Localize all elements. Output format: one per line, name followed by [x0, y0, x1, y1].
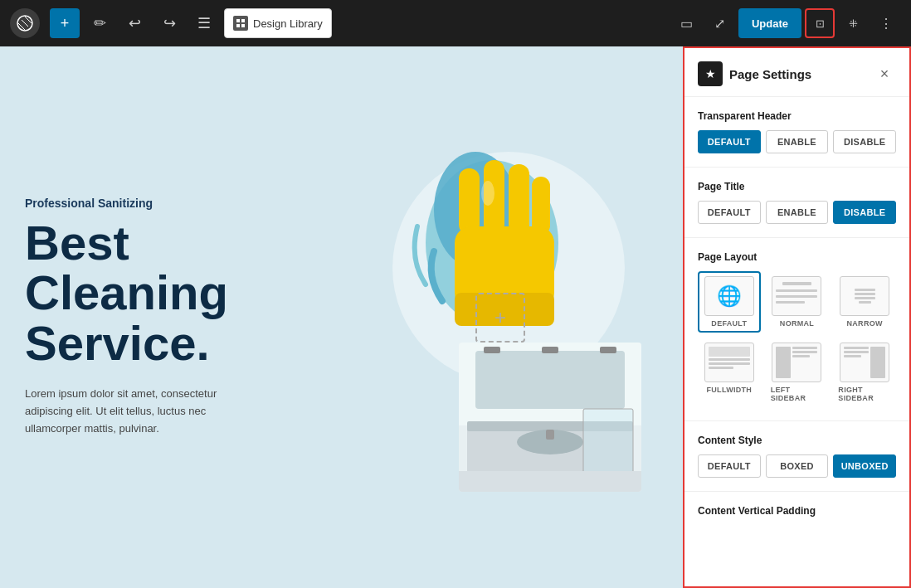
main-area: Professional Sanitizing Best Cleaning Se… [0, 46, 911, 588]
page-title-label: Page Title [698, 181, 896, 192]
toolbar: + ✏ ↩ ↪ ☰ Design Library ▭ ⤢ Update [0, 0, 911, 46]
content-style-options: DEFAULT BOXED UNBOXED [698, 454, 896, 478]
layout-fullwidth-label: FULLWIDTH [706, 386, 752, 394]
layout-fullwidth-icon [704, 343, 754, 382]
hero-text-area: Professional Sanitizing Best Cleaning Se… [25, 197, 257, 438]
hero-title-line1: Best [25, 216, 129, 270]
layout-default-icon: 🌐 [704, 276, 754, 316]
svg-rect-19 [484, 347, 500, 353]
svg-rect-4 [241, 24, 245, 27]
svg-rect-20 [542, 347, 558, 353]
hero-description: Lorem ipsum dolor sit amet, consectetur … [25, 386, 257, 438]
redo-button[interactable]: ↪ [154, 8, 184, 38]
hero-title: Best Cleaning Service. [25, 218, 257, 370]
svg-rect-18 [475, 351, 625, 409]
design-library-label: Design Library [253, 17, 323, 30]
transparent-header-default-btn[interactable]: DEFAULT [698, 130, 761, 153]
svg-rect-2 [241, 19, 245, 22]
page-title-options: DEFAULT ENABLE DISABLE [698, 201, 896, 224]
layout-left-sidebar-label: LEFT SIDEBAR [771, 386, 824, 402]
globe-icon: 🌐 [717, 284, 742, 308]
more-icon: ⋮ [879, 16, 893, 32]
professional-label: Professional Sanitizing [25, 197, 257, 210]
page-title-section: Page Title DEFAULT ENABLE DISABLE [684, 168, 909, 238]
normal-layout-visual [772, 277, 821, 315]
template-icon: ⊡ [816, 17, 825, 30]
redo-icon: ↪ [163, 14, 176, 32]
layout-normal-label: NORMAL [780, 319, 814, 328]
layout-right-sidebar-icon [840, 343, 889, 382]
list-view-button[interactable]: ☰ [189, 8, 219, 38]
panel-close-button[interactable]: × [873, 62, 896, 85]
transparent-header-label: Transparent Header [698, 110, 896, 122]
edit-button[interactable]: ✏ [85, 8, 114, 38]
layout-right-sidebar-option[interactable]: RIGHT SIDEBAR [833, 338, 896, 407]
layout-narrow-icon [840, 276, 889, 316]
settings-panel: ★ Page Settings × Transparent Header DEF… [683, 46, 911, 588]
hero-section: Professional Sanitizing Best Cleaning Se… [25, 80, 658, 555]
fullwidth-layout-visual [705, 343, 753, 381]
more-options-button[interactable]: ⋮ [871, 8, 901, 38]
svg-rect-3 [236, 24, 240, 27]
svg-rect-21 [600, 347, 616, 353]
svg-rect-23 [546, 430, 554, 440]
svg-rect-7 [459, 168, 480, 235]
svg-rect-25 [459, 471, 641, 492]
layout-narrow-label: NARROW [847, 319, 883, 328]
layout-left-sidebar-option[interactable]: LEFT SIDEBAR [766, 338, 829, 407]
layout-default-option[interactable]: 🌐 DEFAULT [698, 271, 761, 333]
page-title-enable-btn[interactable]: ENABLE [766, 201, 829, 224]
add-block-placeholder[interactable]: + [475, 293, 525, 343]
design-library-icon [233, 16, 248, 31]
layout-normal-option[interactable]: NORMAL [766, 271, 829, 333]
mobile-preview-button[interactable]: ▭ [672, 8, 702, 38]
transparent-header-enable-btn[interactable]: ENABLE [766, 130, 829, 153]
page-layout-grid: 🌐 DEFAULT NORMAL [698, 271, 896, 407]
add-block-button[interactable]: + [50, 8, 80, 38]
content-style-unboxed-btn[interactable]: UNBOXED [833, 454, 896, 478]
pencil-icon: ✏ [94, 14, 106, 32]
content-vertical-padding-section: Content Vertical Padding [684, 492, 909, 538]
content-style-section: Content Style DEFAULT BOXED UNBOXED [684, 421, 909, 492]
transparent-header-options: DEFAULT ENABLE DISABLE [698, 130, 896, 153]
panel-star-icon: ★ [698, 61, 723, 86]
transparent-header-disable-btn[interactable]: DISABLE [833, 130, 896, 153]
page-layout-section: Page Layout 🌐 DEFAULT [684, 238, 909, 421]
plugin-icon: ⁜ [849, 17, 858, 30]
left-sidebar-visual [772, 343, 821, 381]
page-title-disable-btn[interactable]: DISABLE [833, 201, 896, 224]
panel-header: ★ Page Settings × [684, 48, 909, 97]
svg-rect-9 [509, 164, 529, 235]
mobile-icon: ▭ [680, 16, 693, 32]
content-vertical-padding-label: Content Vertical Padding [698, 505, 896, 517]
hero-title-line2: Cleaning [25, 266, 228, 320]
hero-images: + [359, 143, 641, 492]
narrow-layout-visual [840, 277, 889, 315]
external-preview-button[interactable]: ⤢ [705, 8, 735, 38]
page-layout-label: Page Layout [698, 251, 896, 263]
layout-narrow-option[interactable]: NARROW [833, 271, 896, 333]
undo-button[interactable]: ↩ [119, 8, 149, 38]
wp-icon [17, 15, 33, 32]
page-title-default-btn[interactable]: DEFAULT [698, 201, 761, 224]
toolbar-right: ▭ ⤢ Update ⊡ ⁜ ⋮ [672, 8, 901, 38]
update-button[interactable]: Update [738, 8, 801, 38]
page-preview: Professional Sanitizing Best Cleaning Se… [0, 46, 683, 588]
design-library-button[interactable]: Design Library [224, 8, 332, 38]
hero-title-line3: Service. [25, 317, 210, 371]
list-icon: ☰ [197, 14, 211, 32]
svg-rect-10 [532, 177, 550, 235]
content-style-boxed-btn[interactable]: BOXED [766, 454, 829, 478]
layout-normal-icon [772, 276, 821, 316]
plugin-settings-button[interactable]: ⁜ [838, 8, 868, 38]
template-view-button[interactable]: ⊡ [805, 8, 835, 38]
canvas: Professional Sanitizing Best Cleaning Se… [0, 46, 683, 588]
bathroom-image [459, 343, 641, 492]
panel-title: Page Settings [729, 67, 811, 81]
layout-fullwidth-option[interactable]: FULLWIDTH [698, 338, 761, 407]
content-style-default-btn[interactable]: DEFAULT [698, 454, 761, 478]
svg-point-13 [481, 181, 494, 206]
transparent-header-section: Transparent Header DEFAULT ENABLE DISABL… [684, 97, 909, 168]
undo-icon: ↩ [129, 14, 141, 32]
wp-logo[interactable] [10, 8, 40, 38]
